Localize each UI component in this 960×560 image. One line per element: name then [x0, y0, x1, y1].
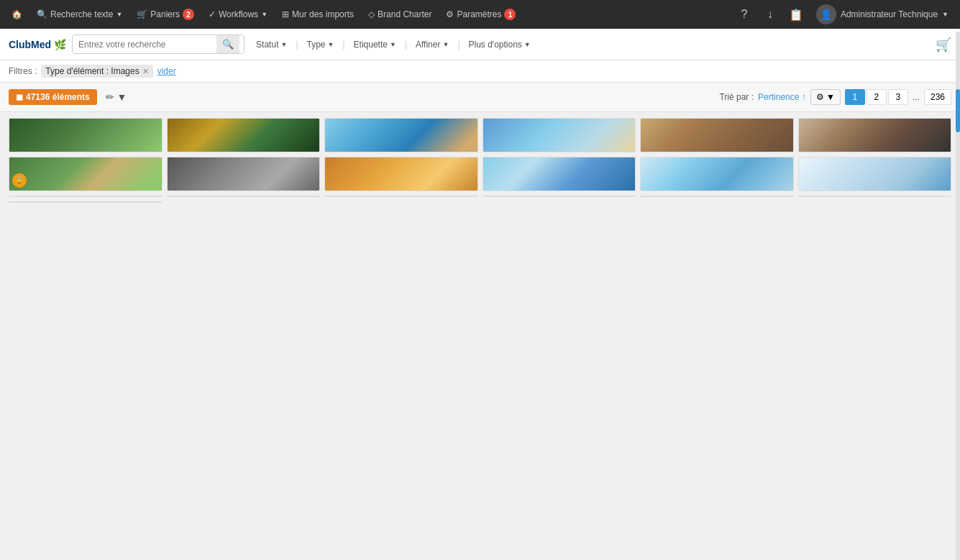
avatar: 👤	[816, 4, 836, 24]
params-icon: ⚙	[446, 9, 454, 19]
active-filters-row: Filtres : Type d'élément : Images ✕ vide…	[0, 60, 960, 83]
grid-item[interactable]: DSC_8084 © By Franck RAMA Déc 2016▣JPG —…	[167, 157, 321, 191]
pagination: 1 2 3 ... 236	[845, 89, 951, 105]
image-thumbnail	[641, 119, 793, 152]
help-button[interactable]: ?	[733, 3, 756, 26]
sep2: |	[341, 40, 346, 50]
user-menu[interactable]: 👤 Administrateur Technique ▼	[810, 4, 954, 24]
etiquette-arrow: ▼	[390, 41, 396, 48]
search-nav-label: Recherche texte	[50, 9, 113, 19]
mur-icon: ⊞	[282, 9, 289, 19]
top-nav: 🏠 🔍 Recherche texte ▼ 🛒 Paniers 2 ✓ Work…	[0, 0, 960, 29]
plus-filter[interactable]: Plus d'options ▼	[463, 37, 536, 52]
sort-info: Trié par : Pertinence ↑ ⚙ ▼ 1 2 3 ... 23…	[719, 89, 951, 105]
grid-item[interactable]	[483, 196, 636, 197]
search-input[interactable]	[73, 36, 216, 53]
active-filter-text: Type d'élément : Images	[45, 66, 139, 76]
scrollbar[interactable]	[956, 32, 960, 208]
home-button[interactable]: 🏠	[6, 0, 28, 29]
image-thumbnail	[799, 157, 951, 191]
sep1: |	[294, 40, 299, 50]
edit-button[interactable]: ✏ ▼	[103, 88, 130, 106]
affiner-arrow: ▼	[442, 41, 449, 48]
plus-label: Plus d'options	[469, 40, 522, 50]
filters-label: Filtres :	[9, 66, 37, 76]
statut-filter[interactable]: Statut ▼	[250, 37, 293, 52]
filter-bar: Statut ▼ | Type ▼ | Etiquette ▼ | Affine…	[250, 37, 930, 52]
grid-item[interactable]: Lakana vezo 2 © By Franck RAMA Jan 2014▣…	[324, 118, 478, 152]
affiner-label: Affiner	[416, 40, 440, 50]
scrollbar-thumb[interactable]	[956, 89, 960, 132]
view-settings-button[interactable]: ⚙ ▼	[810, 89, 841, 105]
paniers-nav-item[interactable]: 🛒 Paniers 2	[131, 0, 200, 29]
type-arrow: ▼	[328, 41, 334, 48]
clipboard-button[interactable]: 📋	[785, 3, 808, 26]
plus-arrow: ▼	[524, 41, 531, 48]
affiner-filter[interactable]: Affiner ▼	[410, 37, 454, 52]
sort-value[interactable]: Pertinence ↑	[758, 92, 806, 102]
page-3-button[interactable]: 3	[888, 89, 908, 105]
second-bar: ClubMed 🌿 🔍 Statut ▼ | Type ▼ | Etiquett…	[0, 29, 960, 60]
grid-item[interactable]: 54730695_577987782719425_606940961818070…	[324, 157, 478, 191]
grid-item[interactable]: Lemurine Varrecia varrecia © By Franck R…	[167, 118, 321, 152]
page-1-button[interactable]: 1	[845, 89, 865, 105]
remove-filter-button[interactable]: ✕	[142, 67, 149, 76]
sep4: |	[456, 40, 461, 50]
image-thumbnail	[168, 119, 320, 152]
grid-item[interactable]: 55604016_796459010712031_307108153282002…	[798, 157, 952, 191]
logo-text: ClubMed	[9, 39, 51, 50]
grid-item[interactable]: 54524015_607369693098120_259140040817377…	[483, 157, 636, 191]
search-nav-item[interactable]: 🔍 Recherche texte ▼	[31, 0, 128, 29]
etiquette-label: Etiquette	[354, 40, 388, 50]
count-badge: ◼ 47136 éléments	[9, 89, 97, 105]
grid-item[interactable]: 🔒Haut en couleurs © By Franck RAMA▣JPG —…	[9, 157, 163, 191]
mur-nav-item[interactable]: ⊞ Mur des imports	[276, 0, 360, 29]
workflows-nav-item[interactable]: ✓ Workflows ▼	[203, 0, 273, 29]
clear-filters-button[interactable]: vider	[157, 66, 176, 76]
paniers-badge: 2	[183, 9, 194, 20]
grid-item[interactable]	[9, 196, 163, 197]
etiquette-filter[interactable]: Etiquette ▼	[348, 37, 402, 52]
count-text: 47136 éléments	[26, 92, 90, 102]
grid-item[interactable]	[324, 196, 478, 197]
image-thumbnail	[483, 119, 636, 152]
image-title: 55604016_796459010712031_307108153282002…	[799, 191, 951, 191]
home-icon: 🏠	[12, 9, 22, 19]
image-title: DSC_8084 © By Franck RAMA Déc 2016	[168, 191, 320, 191]
params-nav-item[interactable]: ⚙ Paramètres 1	[440, 0, 521, 29]
grid-item[interactable]: piscine naturelle ISalo © By Franck RAMA…	[9, 118, 163, 152]
type-label: Type	[307, 40, 326, 50]
download-button[interactable]: ↓	[759, 3, 782, 26]
mur-label: Mur des imports	[292, 9, 354, 19]
image-thumbnail: 🔒	[9, 157, 162, 191]
paniers-icon: 🛒	[137, 9, 147, 19]
page-last-button[interactable]: 236	[924, 89, 951, 105]
logo: ClubMed 🌿	[9, 39, 66, 50]
workflows-label: Workflows	[219, 9, 258, 19]
page-2-button[interactable]: 2	[867, 89, 887, 105]
grid-item[interactable]	[640, 196, 794, 197]
brand-nav-item[interactable]: ◇ Brand Charter	[362, 0, 437, 29]
type-filter[interactable]: Type ▼	[301, 37, 340, 52]
image-title: 54524015_607369693098120_259140040817377…	[483, 191, 636, 191]
grid-item[interactable]	[167, 196, 321, 197]
sep3: |	[403, 40, 408, 50]
grid-item[interactable]: 55576863_215656254772556 1_3159503742529…	[640, 157, 794, 191]
grid-item[interactable]: Convoi de Zébu sur la RN7 © By Franck RA…	[798, 118, 952, 152]
grid-item[interactable]: I Love Isalo © By Franck RAMA Avr 2014▣j…	[640, 118, 794, 152]
cart-button[interactable]: 🛒	[936, 37, 951, 52]
grid-item[interactable]	[798, 196, 952, 197]
logo-leaf-icon: 🌿	[54, 39, 66, 50]
params-badge: 1	[504, 9, 516, 20]
image-grid-container: piscine naturelle ISalo © By Franck RAMA…	[0, 112, 960, 208]
page-dots: ...	[910, 90, 923, 104]
workflows-icon: ✓	[209, 9, 216, 19]
image-thumbnail	[325, 119, 477, 152]
user-name: Administrateur Technique	[841, 9, 938, 19]
search-box: 🔍	[72, 35, 244, 54]
grid-item[interactable]: La pêche miraculeuse Ifaty © By Franck R…	[483, 118, 636, 152]
image-thumbnail	[483, 157, 636, 191]
grid-item[interactable]	[9, 201, 163, 203]
params-label: Paramètres	[457, 9, 501, 19]
search-button[interactable]: 🔍	[216, 35, 239, 53]
